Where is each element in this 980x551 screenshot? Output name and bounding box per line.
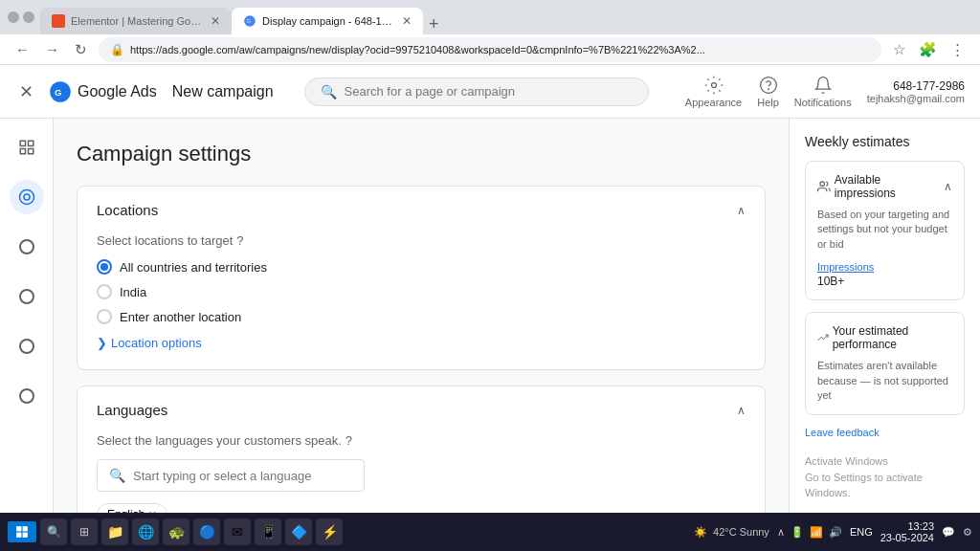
edge-icon: 🔵: [199, 524, 215, 540]
taskbar-task-view[interactable]: ⊞: [71, 518, 98, 545]
elementor-favicon: [52, 14, 65, 28]
tab-elementor-label: Elementor | Mastering Google A...: [71, 15, 205, 27]
notifications-button[interactable]: Notifications: [794, 76, 852, 108]
tab-elementor-close[interactable]: ✕: [211, 14, 220, 28]
new-tab-button[interactable]: +: [423, 14, 445, 34]
tab-display-campaign[interactable]: G Display campaign - 648-177-29... ✕: [232, 8, 423, 34]
svg-rect-14: [16, 526, 21, 531]
leave-feedback-link[interactable]: Leave feedback: [805, 427, 965, 438]
help-icon: [759, 76, 778, 95]
location-options-link[interactable]: ❯ Location options: [97, 336, 746, 350]
sidebar-item-3[interactable]: [10, 329, 44, 364]
location-radio-india: [97, 284, 112, 299]
impressions-value-wrapper: Impressions 10B+: [817, 259, 952, 288]
temperature-text: 42°C Sunny: [713, 526, 769, 538]
estimate-header: Available impressions ∧: [817, 173, 952, 200]
taskbar-app4[interactable]: ⚡: [316, 518, 343, 545]
location-option-india[interactable]: India: [97, 284, 746, 299]
locations-body: Select locations to target ? All countri…: [78, 233, 765, 369]
taskbar-app1-icon: 🐢: [168, 524, 185, 540]
file-explorer-icon: 📁: [107, 524, 123, 540]
locations-radio-group: All countries and territories India Ente…: [97, 259, 746, 324]
address-bar[interactable]: 🔒 https://ads.google.com/aw/campaigns/ne…: [99, 37, 881, 62]
taskbar-edge[interactable]: 🔵: [193, 518, 220, 545]
sidebar-overview-icon[interactable]: [10, 130, 44, 165]
language-search-icon: 🔍: [109, 468, 125, 483]
content-area: Campaign settings Locations ∧ Select loc…: [54, 119, 789, 551]
taskbar-chrome[interactable]: 🌐: [132, 518, 159, 545]
location-option-all[interactable]: All countries and territories: [97, 259, 746, 275]
languages-help-icon: ?: [345, 433, 352, 448]
lock-icon: 🔒: [110, 43, 124, 56]
notification-icon[interactable]: 💬: [942, 526, 955, 539]
appearance-icon: [704, 76, 724, 95]
notifications-label: Notifications: [794, 97, 852, 108]
user-info[interactable]: 648-177-2986 tejhaksh@gmail.com: [867, 79, 965, 104]
impressions-collapse-icon[interactable]: ∧: [944, 180, 952, 193]
sidebar-item-2[interactable]: [10, 279, 44, 314]
locations-header[interactable]: Locations ∧: [78, 187, 765, 233]
appearance-button[interactable]: Appearance: [685, 76, 742, 108]
bookmark-button[interactable]: ☆: [889, 39, 909, 60]
browser-actions: ☆ 🧩 ⋮: [889, 39, 969, 60]
svg-point-12: [24, 194, 30, 200]
performance-description: Estimates aren't available because — is …: [817, 359, 952, 403]
languages-header[interactable]: Languages ∧: [78, 386, 765, 433]
browser-dots: [8, 11, 34, 23]
google-ads-logo-icon: G: [49, 80, 72, 103]
location-radio-all: [97, 259, 112, 275]
taskbar-app2[interactable]: 📱: [255, 518, 281, 545]
email-icon: ✉: [232, 524, 243, 540]
languages-chevron-icon: ∧: [737, 404, 746, 417]
address-text: https://ads.google.com/aw/campaigns/new/…: [130, 44, 870, 55]
sidebar-item-4[interactable]: [10, 379, 44, 413]
user-account: 648-177-2986: [893, 79, 965, 93]
new-campaign-title: New campaign: [172, 83, 274, 100]
taskbar-search-icon: 🔍: [47, 525, 61, 539]
svg-point-13: [820, 182, 825, 187]
search-input[interactable]: [345, 84, 633, 99]
svg-rect-15: [23, 526, 28, 531]
close-button[interactable]: ✕: [15, 77, 37, 106]
right-panel: Weekly estimates Available impressions ∧…: [789, 119, 980, 551]
language-indicator: ENG: [850, 526, 873, 538]
start-button[interactable]: [8, 521, 36, 542]
appearance-label: Appearance: [685, 97, 742, 108]
back-button[interactable]: ←: [11, 39, 33, 59]
sidebar-campaigns-icon[interactable]: [10, 180, 44, 214]
tab-display-campaign-label: Display campaign - 648-177-29...: [262, 15, 396, 27]
language-input-wrapper[interactable]: 🔍: [97, 459, 365, 492]
app-container: ✕ G Google Ads New campaign 🔍 Appearance…: [0, 65, 980, 551]
speaker-icon: 🔊: [829, 526, 842, 539]
left-sidebar: [0, 119, 54, 551]
svg-rect-17: [23, 533, 28, 538]
taskbar-search[interactable]: 🔍: [40, 518, 67, 545]
help-button[interactable]: Help: [757, 76, 779, 108]
more-button[interactable]: ⋮: [947, 39, 969, 60]
weekly-estimates-title: Weekly estimates: [805, 134, 965, 149]
language-input[interactable]: [133, 469, 352, 483]
sidebar-item-1[interactable]: [10, 230, 44, 264]
taskbar-app1[interactable]: 🐢: [163, 518, 189, 545]
search-bar[interactable]: 🔍: [304, 77, 649, 106]
taskbar-email[interactable]: ✉: [224, 518, 251, 545]
tab-display-campaign-close[interactable]: ✕: [402, 14, 412, 28]
google-ads-logo-text: Google Ads: [78, 83, 157, 100]
forward-button[interactable]: →: [41, 39, 63, 59]
impressions-label[interactable]: Impressions: [817, 261, 874, 273]
taskbar-right: ☀️ 42°C Sunny ∧ 🔋 📶 🔊 ENG 13:23 23-05-20…: [694, 520, 972, 543]
top-bar: ✕ G Google Ads New campaign 🔍 Appearance…: [0, 65, 980, 119]
extensions-button[interactable]: 🧩: [915, 39, 941, 60]
tab-elementor[interactable]: Elementor | Mastering Google A... ✕: [40, 8, 232, 34]
location-option-enter[interactable]: Enter another location: [97, 309, 746, 324]
taskbar-app3[interactable]: 🔷: [285, 518, 312, 545]
performance-title: Your estimated performance: [833, 324, 952, 351]
taskbar-file-explorer[interactable]: 📁: [101, 518, 128, 545]
tab-bar: Elementor | Mastering Google A... ✕ G Di…: [40, 0, 972, 34]
task-view-icon: ⊞: [79, 525, 89, 539]
weather-icon: ☀️: [694, 526, 707, 539]
settings-icon[interactable]: ⚙: [963, 526, 972, 539]
notifications-icon: [813, 76, 833, 95]
clock-time: 13:23: [880, 520, 934, 532]
refresh-button[interactable]: ↻: [71, 39, 91, 60]
